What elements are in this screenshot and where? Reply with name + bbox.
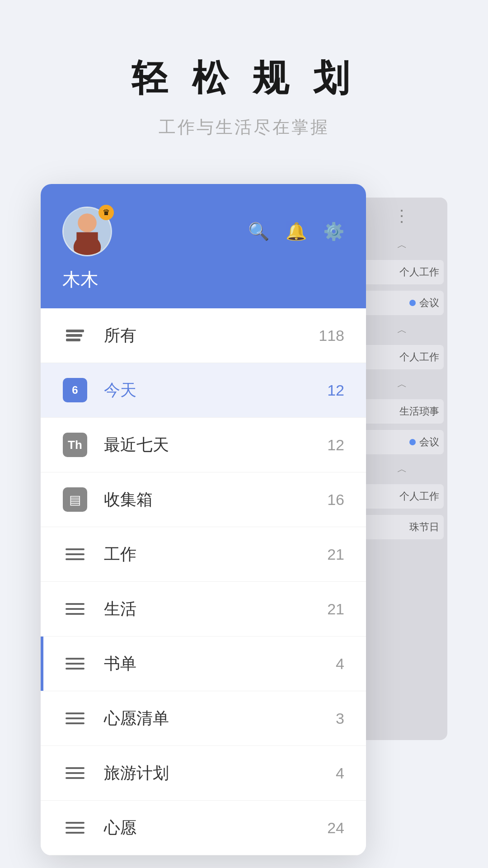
menu-item-today[interactable]: 6 今天 12 — [41, 363, 366, 418]
crown-icon: ♛ — [103, 208, 110, 217]
header-top: ♛ 🔍 🔔 ⚙️ — [62, 207, 344, 256]
th-icon: Th — [63, 433, 87, 457]
menu-count-books: 4 — [336, 655, 344, 673]
bg-panel: ⋮ ︿ 个人工作 会议 ︿ 个人工作 ︿ 生活琐事 会议 ︿ 个人工作 珠节日 — [357, 198, 447, 740]
bg-item-work3: 个人工作 — [361, 484, 444, 509]
header-icons: 🔍 🔔 ⚙️ — [248, 222, 344, 241]
bell-icon[interactable]: 🔔 — [286, 222, 307, 241]
app-header: ♛ 🔍 🔔 ⚙️ 木木 — [41, 184, 366, 308]
menu-count-inbox: 16 — [327, 491, 344, 509]
work-icon — [62, 542, 88, 567]
menu-label-books: 书单 — [104, 653, 336, 675]
menu-label-dream: 心愿 — [104, 817, 327, 839]
all-icon — [62, 323, 88, 348]
menu-item-wishes[interactable]: 心愿清单 3 — [41, 691, 366, 746]
menu-list: 所有 118 6 今天 12 Th 最近七天 12 — [41, 308, 366, 855]
avatar-wrapper[interactable]: ♛ — [62, 207, 112, 256]
bg-item-work2: 个人工作 — [361, 345, 444, 369]
menu-count-week: 12 — [327, 436, 344, 454]
calendar-icon: 6 — [63, 378, 87, 402]
hamburger-icon-2 — [66, 603, 84, 615]
menu-item-week[interactable]: Th 最近七天 12 — [41, 418, 366, 472]
dream-icon — [62, 815, 88, 840]
chevron-up-icon-2: ︿ — [397, 323, 407, 337]
menu-item-books[interactable]: 书单 4 — [41, 637, 366, 691]
chevron-up-icon-3: ︿ — [397, 377, 407, 391]
menu-label-work: 工作 — [104, 543, 327, 566]
blue-bar — [41, 637, 43, 691]
chevron-up-icon-4: ︿ — [397, 462, 407, 476]
menu-count-today: 12 — [327, 382, 344, 399]
menu-label-travel: 旅游计划 — [104, 762, 336, 784]
books-icon — [62, 651, 88, 676]
menu-label-wishes: 心愿清单 — [104, 708, 336, 730]
hamburger-icon-4 — [66, 712, 84, 724]
dot-icon-2 — [409, 439, 416, 445]
menu-count-wishes: 3 — [336, 710, 344, 727]
settings-icon[interactable]: ⚙️ — [323, 222, 344, 241]
menu-item-all[interactable]: 所有 118 — [41, 308, 366, 363]
crown-badge: ♛ — [99, 205, 114, 220]
stack-icon — [66, 330, 84, 341]
dot-icon — [409, 300, 416, 306]
chevron-up-icon: ︿ — [397, 238, 407, 252]
menu-item-work[interactable]: 工作 21 — [41, 527, 366, 582]
menu-count-work: 21 — [327, 546, 344, 563]
week-icon: Th — [62, 432, 88, 458]
menu-label-today: 今天 — [104, 379, 327, 401]
hamburger-icon-6 — [66, 822, 84, 834]
menu-count-travel: 4 — [336, 764, 344, 782]
svg-point-1 — [78, 213, 97, 232]
bg-item-holiday: 珠节日 — [361, 515, 444, 539]
bg-item-meeting2: 会议 — [361, 430, 444, 454]
app-mockup: ⋮ ︿ 个人工作 会议 ︿ 个人工作 ︿ 生活琐事 会议 ︿ 个人工作 珠节日 — [41, 184, 447, 855]
hamburger-icon — [66, 548, 84, 560]
menu-item-dream[interactable]: 心愿 24 — [41, 801, 366, 855]
today-icon: 6 — [62, 377, 88, 403]
inbox-icon: ▤ — [62, 487, 88, 512]
page-subtitle: 工作与生活尽在掌握 — [131, 116, 357, 139]
menu-label-all: 所有 — [104, 325, 319, 347]
menu-label-week: 最近七天 — [104, 434, 327, 456]
menu-count-all: 118 — [319, 327, 344, 344]
bg-item-life: 生活琐事 — [361, 399, 444, 424]
calendar-number: 6 — [72, 385, 78, 396]
menu-label-inbox: 收集箱 — [104, 489, 327, 511]
bg-item-meeting1: 会议 — [361, 291, 444, 315]
menu-label-life: 生活 — [104, 598, 327, 620]
username: 木木 — [62, 267, 344, 292]
hamburger-icon-5 — [66, 767, 84, 779]
hamburger-icon-3 — [66, 658, 84, 670]
menu-item-life[interactable]: 生活 21 — [41, 582, 366, 637]
svg-rect-3 — [76, 232, 98, 254]
search-icon[interactable]: 🔍 — [248, 222, 269, 241]
page-title: 轻 松 规 划 — [131, 54, 357, 103]
bg-item-work: 个人工作 — [361, 260, 444, 284]
menu-item-travel[interactable]: 旅游计划 4 — [41, 746, 366, 801]
inbox-box-icon: ▤ — [63, 487, 87, 512]
page-header: 轻 松 规 划 工作与生活尽在掌握 — [131, 0, 357, 166]
app-panel: ♛ 🔍 🔔 ⚙️ 木木 所有 11 — [41, 184, 366, 855]
wishes-icon — [62, 706, 88, 731]
menu-count-life: 21 — [327, 600, 344, 618]
menu-count-dream: 24 — [327, 819, 344, 837]
life-icon — [62, 596, 88, 622]
menu-item-inbox[interactable]: ▤ 收集箱 16 — [41, 472, 366, 527]
more-dots-icon[interactable]: ⋮ — [394, 207, 411, 226]
travel-icon — [62, 760, 88, 786]
